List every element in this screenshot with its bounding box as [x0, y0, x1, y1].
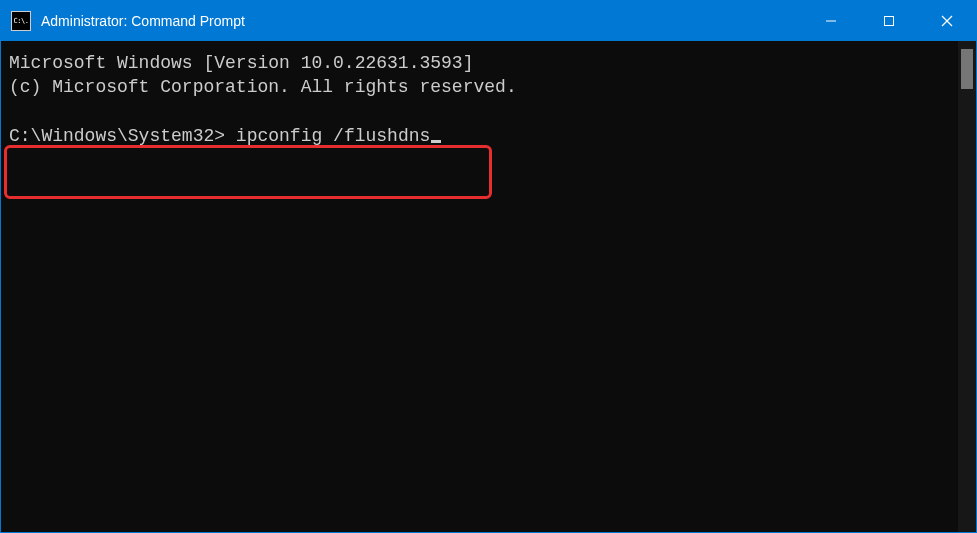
maximize-button[interactable] [860, 1, 918, 41]
svg-rect-1 [885, 17, 894, 26]
cursor [431, 140, 441, 143]
scrollbar[interactable] [958, 41, 976, 532]
titlebar[interactable]: C:\. Administrator: Command Prompt [1, 1, 976, 41]
close-icon [941, 15, 953, 27]
scrollbar-thumb[interactable] [961, 49, 973, 89]
app-icon: C:\. [11, 11, 31, 31]
window-controls [802, 1, 976, 41]
minimize-icon [825, 15, 837, 27]
minimize-button[interactable] [802, 1, 860, 41]
prompt-path: C:\Windows\System32> [9, 126, 225, 146]
maximize-icon [883, 15, 895, 27]
close-button[interactable] [918, 1, 976, 41]
terminal-body[interactable]: Microsoft Windows [Version 10.0.22631.35… [1, 41, 976, 532]
window-title: Administrator: Command Prompt [41, 13, 245, 29]
terminal-output[interactable]: Microsoft Windows [Version 10.0.22631.35… [1, 41, 958, 532]
output-line-version: Microsoft Windows [Version 10.0.22631.35… [9, 53, 473, 73]
output-line-copyright: (c) Microsoft Corporation. All rights re… [9, 77, 517, 97]
command-input[interactable]: ipconfig /flushdns [236, 126, 430, 146]
command-prompt-window: C:\. Administrator: Command Prompt Micro… [0, 0, 977, 533]
